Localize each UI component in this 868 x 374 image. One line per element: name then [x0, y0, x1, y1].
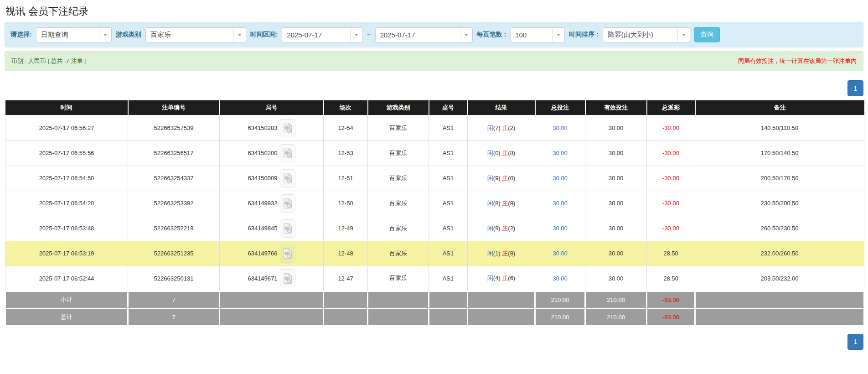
- game-type: 百家乐: [368, 166, 429, 191]
- bet-id: 522663251235: [128, 241, 220, 266]
- valid-bet: 30.00: [585, 191, 647, 216]
- total-bet-link[interactable]: 30.00: [553, 225, 568, 232]
- bet-id: 522663252219: [128, 216, 220, 241]
- query-type-select[interactable]: 日期查询: [36, 27, 112, 42]
- game-type-label: 游戏类别: [116, 31, 141, 39]
- video-replay-icon[interactable]: [280, 244, 295, 263]
- subtotal-count: 7: [128, 291, 220, 308]
- game-type-value: 百家乐: [146, 28, 233, 42]
- player-result-label: 闲: [487, 150, 493, 156]
- query-type-label: 请选择:: [10, 31, 32, 39]
- page-size-label: 每页笔数 :: [477, 31, 506, 39]
- payout: 28.50: [647, 241, 695, 266]
- total-bet-link[interactable]: 30.00: [553, 250, 568, 257]
- video-replay-icon[interactable]: [280, 194, 295, 213]
- page-1-button[interactable]: 1: [847, 80, 863, 96]
- banker-result-score: (9): [508, 200, 515, 207]
- session-no: 12-48: [324, 241, 368, 266]
- payout: -30.00: [647, 216, 695, 241]
- remark: 140.50/110.50: [695, 115, 864, 140]
- valid-bet: 30.00: [585, 115, 647, 140]
- player-result-score: (8): [493, 200, 501, 207]
- payout: -30.00: [647, 191, 695, 216]
- page-1-button[interactable]: 1: [847, 334, 863, 350]
- player-result-label: 闲: [487, 250, 493, 257]
- player-result-score: (0): [493, 150, 501, 156]
- game-type-select[interactable]: 百家乐: [145, 27, 246, 42]
- bet-id: 522663257539: [128, 115, 220, 140]
- round-id: 634150200: [248, 150, 277, 156]
- table-header-row: 时间 注单编号 局号 场次 游戏类别 桌号 结果 总投注 有效投注 总派彩 备注: [5, 100, 864, 115]
- round-id: 634149932: [248, 200, 277, 207]
- player-result-score: (7): [493, 125, 501, 131]
- game-type: 百家乐: [368, 115, 429, 140]
- col-header-bet-id: 注单编号: [128, 100, 220, 115]
- total-bet-link[interactable]: 30.00: [553, 275, 568, 282]
- search-button[interactable]: 查询: [694, 27, 720, 42]
- bet-time: 2025-07-17 06:54:20: [5, 191, 128, 216]
- valid-bet: 30.00: [585, 216, 647, 241]
- total-bet-link[interactable]: 30.00: [553, 150, 568, 156]
- bet-id: 522663250131: [128, 266, 220, 291]
- subtotal-row: 小计 7 210.00 210.00 -93.00: [5, 291, 864, 308]
- remark: 260.50/230.50: [695, 216, 864, 241]
- player-result-label: 闲: [487, 200, 493, 207]
- table-row: 2025-07-17 06:54:50 522663254337 6341500…: [5, 166, 864, 191]
- table-no: AS1: [429, 140, 468, 166]
- table-row: 2025-07-17 06:52:44 522663250131 6341496…: [5, 266, 864, 291]
- game-result: 闲(8) 庄(9): [468, 191, 535, 216]
- banker-result-label: 庄: [502, 200, 508, 207]
- video-replay-icon[interactable]: [280, 269, 295, 287]
- round-id: 634150283: [248, 125, 277, 131]
- col-header-game-type: 游戏类别: [368, 100, 429, 115]
- col-header-result: 结果: [468, 100, 535, 115]
- player-result-label: 闲: [487, 275, 493, 281]
- game-type: 百家乐: [368, 140, 429, 166]
- total-bet-link[interactable]: 30.00: [553, 175, 568, 182]
- date-from-value: 2025-07-17: [282, 28, 350, 42]
- remark: 232.00/260.50: [695, 241, 864, 266]
- grand-total-total-bet: 210.00: [535, 308, 585, 326]
- chevron-down-icon: [552, 28, 564, 42]
- remark: 203.50/232.00: [695, 266, 864, 291]
- total-bet-link[interactable]: 30.00: [553, 125, 568, 131]
- table-no: AS1: [429, 115, 468, 140]
- remark: 230.50/200.50: [695, 191, 864, 216]
- game-result: 闲(4) 庄(6): [468, 266, 535, 291]
- page-size-select[interactable]: 100: [510, 27, 565, 42]
- game-result: 闲(0) 庄(8): [468, 140, 535, 166]
- sort-value: 降幂(由大到小): [603, 28, 677, 42]
- video-replay-icon[interactable]: [280, 169, 295, 187]
- table-row: 2025-07-17 06:55:56 522663256517 6341502…: [5, 140, 864, 166]
- payout: -30.00: [647, 166, 695, 191]
- date-from-select[interactable]: 2025-07-17: [282, 27, 363, 42]
- table-no: AS1: [429, 216, 468, 241]
- banker-result-score: (6): [508, 275, 515, 281]
- date-to-select[interactable]: 2025-07-17: [375, 27, 473, 42]
- pagination-bottom: 1: [5, 334, 863, 350]
- payout: -30.00: [647, 140, 695, 166]
- player-result-label: 闲: [487, 175, 493, 182]
- bet-id: 522663253392: [128, 191, 220, 216]
- grand-total-label: 总计: [5, 308, 128, 326]
- bet-time: 2025-07-17 06:53:19: [5, 241, 128, 266]
- summary-bar: 币别 : 人民币 | 总共 :7 注单 | 同局有效投注，统一计算在该局第一张注…: [5, 51, 863, 71]
- grand-total-valid-bet: 210.00: [585, 308, 647, 326]
- total-bet-link[interactable]: 30.00: [553, 200, 568, 207]
- bet-time: 2025-07-17 06:53:48: [5, 216, 128, 241]
- session-no: 12-54: [324, 115, 368, 140]
- game-type: 百家乐: [368, 216, 429, 241]
- bet-time: 2025-07-17 06:55:56: [5, 140, 128, 166]
- banker-result-score: (2): [508, 125, 515, 131]
- video-replay-icon[interactable]: [280, 119, 295, 137]
- video-replay-icon[interactable]: [280, 219, 295, 238]
- table-no: AS1: [429, 266, 468, 291]
- sort-select[interactable]: 降幂(由大到小): [603, 27, 690, 42]
- round-id: 634149766: [248, 250, 277, 257]
- table-row: 2025-07-17 06:54:20 522663253392 6341499…: [5, 191, 864, 216]
- game-result: 闲(1) 庄(8): [468, 241, 535, 266]
- player-result-score: (9): [493, 175, 501, 182]
- video-replay-icon[interactable]: [280, 144, 295, 162]
- chevron-down-icon: [677, 28, 690, 42]
- table-row: 2025-07-17 06:53:19 522663251235 6341497…: [5, 241, 864, 266]
